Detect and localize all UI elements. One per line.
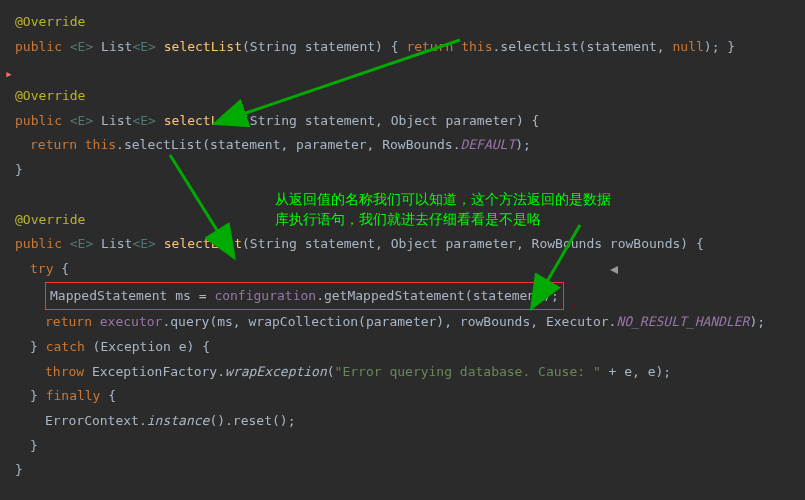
highlight-box: MappedStatement ms = configuration.getMa… [45, 282, 564, 311]
code-line: } catch (Exception e) { [15, 335, 790, 360]
code-line: } finally { [15, 384, 790, 409]
code-line: @Override [15, 10, 790, 35]
code-line: } [15, 158, 790, 183]
code-line: try { [15, 257, 790, 282]
code-line: throw ExceptionFactory.wrapException("Er… [15, 360, 790, 385]
code-line: @Override [15, 84, 790, 109]
code-line: public <E> List<E> selectList(String sta… [15, 109, 790, 134]
highlighted-line: MappedStatement ms = configuration.getMa… [15, 282, 790, 311]
code-line: return executor.query(ms, wrapCollection… [15, 310, 790, 335]
code-line: ErrorContext.instance().reset(); [15, 409, 790, 434]
code-line: } [15, 458, 790, 483]
code-line: return this.selectList(statement, parame… [15, 133, 790, 158]
code-line: public <E> List<E> selectList(String sta… [15, 35, 790, 60]
code-line: } [15, 434, 790, 459]
code-line: public <E> List<E> selectList(String sta… [15, 232, 790, 257]
annotation-comment: 从返回值的名称我们可以知道，这个方法返回的是数据 库执行语句，我们就进去仔细看看… [275, 190, 611, 229]
cursor-indicator: ▸ [5, 62, 13, 87]
code-line [15, 59, 790, 84]
